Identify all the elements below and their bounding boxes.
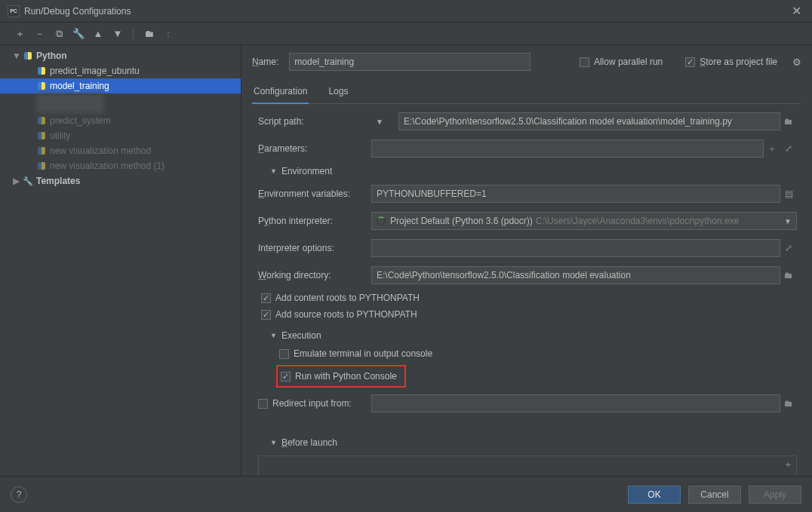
run-with-console-checkbox[interactable]: Run with Python Console [278, 368, 400, 385]
folder-icon[interactable]: 🖿 [143, 28, 155, 40]
expand-icon[interactable]: ⤢ [780, 240, 797, 256]
collapse-arrow-icon: ▼ [270, 167, 277, 175]
sort-icon[interactable]: ↕ [162, 28, 174, 40]
emulate-terminal-checkbox[interactable]: Emulate terminal in output console [279, 348, 797, 359]
row-env-vars: Environment variables: Environment varia… [258, 184, 797, 204]
tree-python-group[interactable]: ▼ Python [0, 48, 241, 63]
expand-arrow-icon[interactable]: ▶ [12, 176, 20, 186]
python-icon [36, 162, 47, 170]
close-icon[interactable]: ✕ [789, 4, 804, 18]
section-environment[interactable]: ▼ Environment [270, 166, 797, 176]
section-label: Environment [281, 166, 332, 176]
python-icon [36, 147, 47, 155]
section-label: Before launch [281, 437, 337, 448]
collapse-arrow-icon: ▼ [270, 332, 277, 339]
app-icon: PC [8, 5, 20, 17]
tab-configuration[interactable]: Configuration [252, 81, 309, 104]
tree-item-label: model_training [50, 81, 109, 91]
before-launch-list[interactable]: ＋ － [258, 455, 797, 476]
dropdown-icon[interactable]: ▼ [376, 118, 383, 126]
tree-templates-label: Templates [36, 176, 80, 186]
workdir-label: Working directory: [258, 270, 371, 281]
row-parameters: Parameters: Parameters: ＋ ⤢ [258, 139, 797, 158]
spinner-icon [377, 216, 386, 225]
interpreter-value: Project Default (Python 3.6 (pdocr)) [390, 216, 533, 226]
expand-icon[interactable]: ⤢ [780, 140, 797, 157]
row-interpreter: Python interpreter: Python interpreter: … [258, 211, 797, 231]
edit-config-icon[interactable]: 🔧 [72, 28, 85, 40]
dropdown-icon[interactable]: ▼ [784, 217, 792, 225]
name-row: NName:ame: Allow parallel run Store as p… [252, 53, 801, 71]
checkbox-icon [580, 57, 589, 67]
script-path-input[interactable] [398, 112, 780, 130]
python-icon [36, 67, 47, 75]
tree-item-utility[interactable]: utility [0, 128, 241, 143]
python-icon [23, 52, 33, 60]
remove-task-icon[interactable]: － [783, 473, 793, 476]
tree-templates[interactable]: ▶ 🔧 Templates [0, 173, 241, 189]
collapse-arrow-icon: ▼ [270, 439, 277, 446]
name-input[interactable] [289, 53, 531, 71]
checkbox-label: Add source roots to PYTHONPATH [275, 309, 417, 320]
workdir-input[interactable] [371, 266, 780, 284]
checkbox-icon [261, 293, 271, 303]
blurred-item [36, 94, 104, 113]
checkbox-icon [279, 349, 289, 359]
tree-group-label: Python [36, 51, 67, 61]
cancel-button[interactable]: Cancel [688, 486, 741, 504]
remove-config-icon[interactable]: － [33, 28, 45, 40]
checkbox-icon [258, 399, 268, 409]
tree-item-nvm-1[interactable]: new visualization method (1) [0, 158, 241, 173]
wrench-icon: 🔧 [23, 176, 33, 186]
browse-folder-icon[interactable]: 🖿 [780, 395, 797, 412]
interpreter-path: C:\Users\Jayce\Anaconda3\envs\pdocr\pyth… [536, 216, 739, 226]
checkbox-label: Store as project file [700, 57, 777, 67]
browse-folder-icon[interactable]: 🖿 [780, 113, 797, 130]
help-icon[interactable]: ? [11, 486, 27, 503]
add-content-roots-checkbox[interactable]: Add content roots to PYTHONPATH [261, 293, 797, 303]
copy-config-icon[interactable]: ⧉ [53, 28, 65, 40]
checkbox-label: Emulate terminal in output console [294, 348, 432, 359]
redirect-input-field[interactable] [371, 394, 780, 412]
window-title: Run/Debug Configurations [24, 6, 131, 17]
tree-item-predict-system[interactable]: predict_system [0, 113, 241, 128]
env-vars-input[interactable] [371, 185, 780, 203]
add-task-icon[interactable]: ＋ [783, 458, 793, 471]
section-execution[interactable]: ▼ Execution [270, 330, 797, 341]
tree-item-label: new visualization method [50, 146, 151, 156]
allow-parallel-checkbox[interactable]: Allow parallel run [580, 57, 663, 67]
move-down-icon[interactable]: ▼ [112, 28, 124, 40]
add-source-roots-checkbox[interactable]: Add source roots to PYTHONPATH [261, 309, 797, 320]
interp-opts-label: Interpreter options: [258, 243, 371, 253]
content-area: ▼ Python predict_image_ubuntu model_trai… [0, 45, 812, 476]
gear-icon[interactable]: ⚙ [792, 57, 801, 68]
list-icon[interactable]: ▤ [780, 185, 797, 202]
interpreter-label: Python interpreter: [258, 216, 371, 226]
ok-button[interactable]: OK [628, 486, 681, 504]
tree-item-model-training[interactable]: model_training [0, 78, 241, 94]
python-icon [36, 117, 47, 124]
parameters-input[interactable] [371, 139, 764, 158]
browse-folder-icon[interactable]: 🖿 [780, 267, 797, 284]
tab-logs[interactable]: Logs [327, 81, 349, 103]
tree-item-label: predict_image_ubuntu [50, 66, 140, 76]
checkbox-label: Redirect input from: [272, 398, 352, 409]
python-icon [36, 82, 47, 90]
section-before-launch[interactable]: ▼ Before launch Before launch [270, 437, 797, 448]
row-workdir: Working directory: Working directory: 🖿 [258, 265, 797, 285]
checkbox-icon [685, 57, 695, 67]
interp-opts-input[interactable] [371, 239, 780, 257]
section-label: Execution [281, 330, 321, 341]
tree-item-predict-image[interactable]: predict_image_ubuntu [0, 63, 241, 78]
expand-arrow-icon[interactable]: ▼ [12, 51, 20, 61]
apply-button[interactable]: Apply [749, 486, 801, 504]
highlighted-option: Run with Python Console [276, 365, 406, 388]
redirect-input-checkbox[interactable]: Redirect input from: [258, 398, 371, 409]
tree-item-nvm[interactable]: new visualization method [0, 143, 241, 158]
store-as-file-checkbox[interactable]: Store as project file Store as project f… [685, 57, 777, 67]
checkbox-icon [281, 372, 291, 382]
checkbox-icon [261, 310, 271, 320]
add-config-icon[interactable]: ＋ [14, 28, 26, 40]
move-up-icon[interactable]: ▲ [92, 28, 104, 40]
add-icon[interactable]: ＋ [764, 140, 780, 157]
